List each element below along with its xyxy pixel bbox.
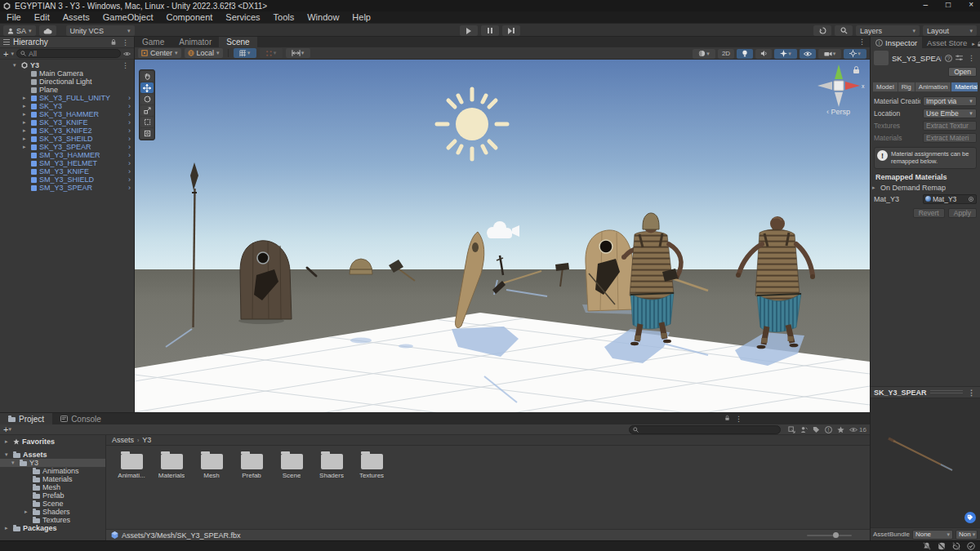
play-button[interactable] — [460, 25, 478, 36]
property-control[interactable]: Import via▼ — [923, 96, 977, 106]
property-control[interactable]: Extract Materi▼ — [923, 133, 977, 143]
open-button[interactable]: Open — [948, 67, 977, 77]
prefab-open-chevron[interactable]: › — [128, 159, 131, 167]
favorites-star-icon[interactable] — [837, 426, 844, 433]
importer-tab[interactable]: Animation — [915, 82, 952, 92]
lock-icon[interactable] — [977, 41, 980, 47]
create-caret-icon[interactable]: ▾ — [8, 426, 11, 433]
scene-more-icon[interactable]: ⋮ — [120, 61, 131, 69]
prefab-open-chevron[interactable]: › — [128, 151, 131, 159]
search-by-label-icon[interactable] — [800, 426, 808, 433]
prefab-open-chevron[interactable]: › — [128, 176, 131, 184]
tool-pivot-dropdown[interactable]: Center▾ — [138, 48, 181, 58]
breadcrumb-assets[interactable]: Assets — [112, 436, 134, 444]
auto-refresh-icon[interactable] — [952, 542, 960, 550]
account-dropdown[interactable]: SA▾ — [3, 25, 36, 36]
menu-item[interactable]: Component — [159, 11, 219, 23]
shield-tan[interactable] — [586, 230, 635, 311]
more-icon[interactable]: ⋮ — [966, 389, 977, 397]
prefab-open-chevron[interactable]: › — [128, 110, 131, 118]
grid-snapping-toggle[interactable]: ▾ — [234, 48, 256, 58]
material-object-field[interactable]: Mat_Y3 — [923, 194, 977, 204]
tree-folder[interactable]: ▸ Prefab — [0, 491, 105, 500]
expand-arrow-icon[interactable]: ▸ — [24, 509, 30, 515]
prefab-open-chevron[interactable]: › — [128, 184, 131, 192]
more-icon[interactable]: ⋮ — [120, 38, 131, 47]
layout-dropdown[interactable]: Layout▾ — [923, 25, 977, 36]
collapse-arrow-icon[interactable]: ▾ — [11, 460, 17, 466]
cache-server-icon[interactable] — [938, 542, 946, 550]
prefab-open-chevron[interactable]: › — [128, 167, 131, 176]
folder-item[interactable]: Materials — [156, 454, 187, 479]
view-tab[interactable]: Animator — [172, 37, 219, 47]
hierarchy-item[interactable]: ▸ SK_Y3_FULL_UNITY › — [0, 94, 134, 102]
expand-arrow-icon[interactable]: ▸ — [23, 136, 29, 142]
importer-tab[interactable]: Model — [873, 82, 898, 92]
asset-preview[interactable] — [871, 398, 980, 527]
breadcrumb-y3[interactable]: Y3 — [142, 436, 151, 444]
pause-button[interactable] — [481, 25, 499, 36]
effects-dropdown[interactable]: ▾ — [774, 49, 797, 59]
tree-folder[interactable]: ▸ Textures — [0, 516, 105, 524]
panel-menu-icon[interactable] — [3, 39, 10, 45]
tool-orientation-dropdown[interactable]: Local▾ — [185, 48, 223, 58]
assetbundle-variant-dropdown[interactable]: Non▾ — [956, 530, 978, 540]
hierarchy-root-y3[interactable]: ▾ Y3 ⋮ — [0, 61, 134, 69]
importer-tab[interactable]: Rig — [898, 82, 915, 92]
increment-snap-dropdown[interactable]: ▾ — [260, 48, 283, 58]
hierarchy-item[interactable]: ▸ Directional Light › — [0, 78, 134, 86]
undo-history-button[interactable] — [813, 25, 831, 36]
tree-folder[interactable]: ▸ Mesh — [0, 483, 105, 491]
on-demand-remap-row[interactable]: ▸ On Demand Remap — [871, 183, 980, 193]
hidden-count-badge[interactable]: 16 — [849, 426, 866, 433]
hierarchy-item[interactable]: ▸ SM_Y3_SHIELD › — [0, 176, 134, 184]
hidden-info-icon[interactable]: ! — [825, 426, 832, 433]
rect-tool[interactable] — [140, 117, 154, 127]
hierarchy-search-input[interactable]: All — [16, 49, 121, 58]
tree-packages[interactable]: ▸ Packages — [0, 524, 105, 532]
scene-tab-more-icon[interactable]: ⋮ — [857, 38, 867, 46]
scene-picking-icon[interactable] — [123, 51, 131, 57]
lock-icon[interactable] — [724, 415, 730, 421]
hierarchy-item[interactable]: ▸ SK_Y3_SHEILD › — [0, 135, 134, 143]
help-icon[interactable]: ? — [945, 55, 952, 62]
folder-item[interactable]: Shaders — [316, 454, 347, 479]
scene-visibility-toggle[interactable] — [800, 49, 816, 59]
lighting-toggle[interactable] — [737, 49, 753, 59]
property-control[interactable]: Extract Textur▼ — [923, 121, 977, 131]
tree-folder[interactable]: ▸ Materials — [0, 475, 105, 483]
expand-arrow-icon[interactable]: ▸ — [5, 525, 11, 531]
create-button[interactable]: + — [3, 50, 8, 58]
tree-assets[interactable]: ▾ Assets — [0, 451, 105, 459]
view-tab[interactable]: Scene — [219, 37, 256, 47]
move-snap-dropdown[interactable]: ▾ — [286, 48, 310, 58]
folder-item[interactable]: Animati... — [116, 454, 147, 479]
hierarchy-item[interactable]: ▸ SM_Y3_SPEAR › — [0, 184, 134, 192]
hand-tool[interactable] — [140, 71, 154, 82]
tag-button[interactable] — [964, 512, 976, 523]
layers-dropdown[interactable]: Layers▾ — [856, 25, 920, 36]
prefab-open-chevron[interactable]: › — [128, 118, 131, 127]
2d-toggle[interactable]: 2D — [718, 49, 734, 59]
expand-arrow-icon[interactable]: ▸ — [23, 95, 29, 101]
tree-folder[interactable]: ▸ Animations — [0, 467, 105, 475]
view-tab[interactable]: Game — [135, 37, 172, 47]
audio-toggle[interactable] — [755, 49, 772, 59]
scale-tool[interactable] — [140, 105, 154, 116]
menu-item[interactable]: Window — [301, 11, 345, 23]
scene-viewport[interactable]: x ‹ Persp — [135, 60, 870, 412]
transform-tool[interactable] — [140, 128, 154, 139]
rotate-tool[interactable] — [140, 94, 154, 104]
folder-item[interactable]: Textures — [356, 454, 387, 479]
vcs-dropdown[interactable]: Unity VCS▾ — [66, 25, 135, 36]
tab-project[interactable]: Project — [0, 413, 52, 424]
close-button[interactable]: × — [969, 0, 973, 9]
move-tool[interactable] — [140, 82, 154, 93]
status-check-icon[interactable] — [967, 542, 975, 550]
property-control[interactable]: Use Embe▼ — [923, 109, 977, 118]
prefab-open-chevron[interactable]: › — [128, 143, 131, 151]
hierarchy-item[interactable]: ▸ Main Camera › — [0, 69, 134, 78]
step-button[interactable] — [502, 25, 520, 36]
revert-button[interactable]: Revert — [913, 208, 945, 218]
camera-dropdown[interactable]: ▾ — [818, 49, 841, 59]
